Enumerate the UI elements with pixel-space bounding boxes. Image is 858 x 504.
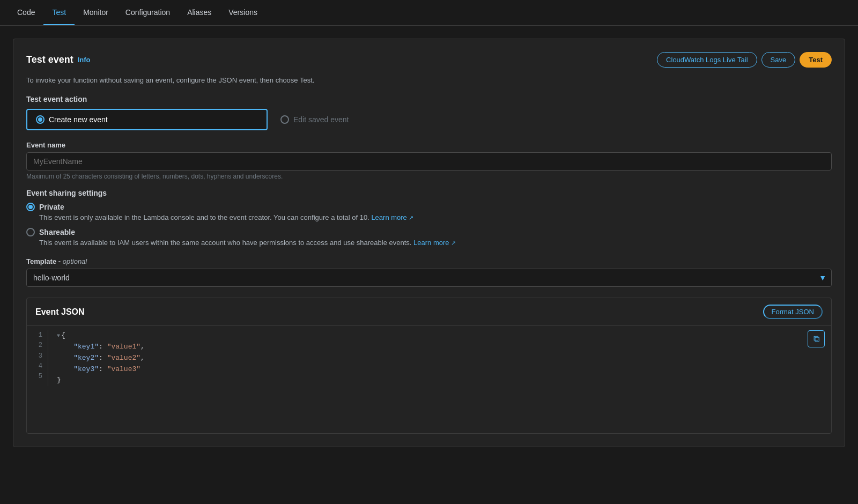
tab-versions[interactable]: Versions — [220, 1, 266, 25]
external-link-icon-private: ↗ — [409, 214, 413, 221]
sharing-private-radio-row[interactable]: Private — [26, 203, 832, 211]
template-select[interactable]: hello-world apigateway-aws-proxy cloudwa… — [26, 269, 832, 287]
test-button[interactable]: Test — [800, 52, 832, 68]
sharing-shareable-learn-more[interactable]: Learn more ↗ — [413, 239, 456, 247]
test-event-action-group: Test event action Create new event Edit … — [26, 95, 832, 130]
json-editor-body: 1 2 3 4 5 ▼{ "key1": "value1", "key2": "… — [27, 326, 831, 433]
sharing-shareable-radio — [26, 228, 35, 236]
create-new-event-radio — [36, 115, 45, 124]
edit-saved-event-radio — [280, 115, 289, 124]
tab-test[interactable]: Test — [43, 1, 75, 25]
line-number-4: 4 — [32, 361, 42, 372]
edit-saved-event-label: Edit saved event — [293, 115, 349, 124]
save-button[interactable]: Save — [761, 52, 796, 68]
sharing-option-private: Private This event is only available in … — [26, 203, 832, 221]
test-event-action-radio-group: Create new event Edit saved event — [26, 109, 832, 130]
json-editor-header: Event JSON Format JSON — [27, 298, 831, 326]
panel-actions: CloudWatch Logs Live Tail Save Test — [657, 52, 832, 68]
test-event-action-label: Test event action — [26, 95, 832, 103]
line-number-2: 2 — [32, 340, 42, 351]
json-editor-panel: Event JSON Format JSON 1 2 3 4 5 ▼{ "key… — [26, 298, 832, 434]
code-content[interactable]: ▼{ "key1": "value1", "key2": "value2", "… — [48, 330, 831, 386]
template-select-wrapper: hello-world apigateway-aws-proxy cloudwa… — [26, 269, 832, 287]
info-link[interactable]: Info — [78, 56, 91, 64]
external-link-icon-shareable: ↗ — [451, 240, 456, 247]
copy-json-button[interactable]: ⧉ — [808, 330, 825, 347]
create-new-event-label: Create new event — [49, 115, 108, 124]
test-event-panel: Test event Info CloudWatch Logs Live Tai… — [13, 39, 845, 447]
code-line-5: } — [57, 375, 823, 386]
event-sharing-label: Event sharing settings — [26, 189, 832, 197]
panel-header: Test event Info CloudWatch Logs Live Tai… — [26, 52, 832, 68]
format-json-button[interactable]: Format JSON — [763, 305, 823, 319]
code-line-3: "key2": "value2", — [57, 353, 823, 364]
template-label: Template - optional — [26, 257, 832, 265]
expand-arrow-1: ▼ — [57, 333, 60, 339]
line-numbers: 1 2 3 4 5 — [27, 330, 48, 386]
tab-monitor[interactable]: Monitor — [75, 1, 117, 25]
code-line-1: ▼{ — [57, 330, 823, 342]
sharing-option-shareable: Shareable This event is available to IAM… — [26, 228, 832, 247]
top-navigation: Code Test Monitor Configuration Aliases … — [0, 0, 858, 26]
panel-title-group: Test event Info — [26, 54, 91, 65]
description-text: To invoke your function without saving a… — [26, 76, 832, 84]
line-number-5: 5 — [32, 372, 42, 382]
event-sharing-section: Event sharing settings Private This even… — [26, 189, 832, 247]
tab-aliases[interactable]: Aliases — [179, 1, 220, 25]
code-line-2: "key1": "value1", — [57, 342, 823, 353]
event-name-hint: Maximum of 25 characters consisting of l… — [26, 173, 832, 180]
cloudwatch-logs-button[interactable]: CloudWatch Logs Live Tail — [657, 52, 757, 68]
copy-icon: ⧉ — [813, 334, 819, 344]
sharing-shareable-label: Shareable — [39, 228, 75, 236]
json-editor-title: Event JSON — [35, 307, 85, 317]
sharing-private-learn-more[interactable]: Learn more ↗ — [371, 213, 413, 221]
tab-code[interactable]: Code — [9, 1, 43, 25]
sharing-shareable-description: This event is available to IAM users wit… — [39, 239, 832, 247]
event-name-group: Event name Maximum of 25 characters cons… — [26, 141, 832, 180]
create-new-event-option[interactable]: Create new event — [26, 109, 268, 130]
edit-saved-event-option[interactable]: Edit saved event — [272, 109, 358, 130]
panel-title-text: Test event — [26, 54, 73, 65]
event-name-label: Event name — [26, 141, 832, 149]
line-number-3: 3 — [32, 351, 42, 361]
sharing-private-description: This event is only available in the Lamb… — [39, 213, 832, 221]
template-optional: optional — [63, 257, 87, 265]
event-name-input[interactable] — [26, 152, 832, 171]
sharing-private-radio — [26, 203, 35, 211]
main-content: Test event Info CloudWatch Logs Live Tai… — [0, 26, 858, 460]
code-editor: 1 2 3 4 5 ▼{ "key1": "value1", "key2": "… — [27, 326, 831, 390]
tab-configuration[interactable]: Configuration — [117, 1, 179, 25]
line-number-1: 1 — [32, 330, 42, 340]
sharing-shareable-radio-row[interactable]: Shareable — [26, 228, 832, 236]
code-line-4: "key3": "value3" — [57, 364, 823, 375]
template-section: Template - optional hello-world apigatew… — [26, 257, 832, 287]
sharing-private-label: Private — [39, 203, 64, 211]
